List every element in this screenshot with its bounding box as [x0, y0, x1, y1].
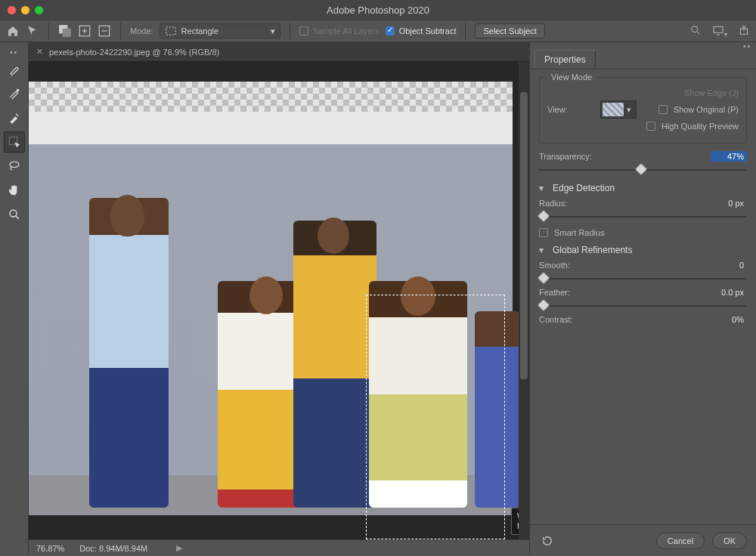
close-window-button[interactable] [8, 6, 16, 14]
mode-dropdown[interactable]: Rectangle ▾ [160, 23, 280, 39]
transparency-label: Transparency: [539, 152, 592, 161]
document-tab-title: pexels-photo-2422290.jpeg @ 76.9% (RGB/8… [49, 48, 219, 57]
chevron-down-icon: ▾ [539, 183, 547, 193]
transparency-value[interactable]: 47% [711, 151, 747, 162]
view-mode-legend: View Mode [547, 73, 596, 82]
refine-brush-tool[interactable] [4, 107, 25, 128]
status-menu-icon[interactable]: ▶ [176, 543, 182, 553]
properties-panel: •• Properties View Mode Show Edge (J) Vi… [529, 42, 756, 556]
selection-new-icon[interactable] [58, 24, 72, 38]
document-area: ✕ pexels-photo-2422290.jpeg @ 76.9% (RGB… [29, 42, 529, 556]
zoom-tool[interactable] [4, 204, 25, 225]
sample-all-layers-label: Sample All Layers [313, 26, 380, 36]
radius-value[interactable]: 0 px [711, 198, 747, 208]
show-original-checkbox[interactable] [658, 105, 668, 114]
lasso-tool[interactable] [4, 156, 25, 177]
show-edge-label: Show Edge (J) [684, 88, 739, 97]
view-mode-group: View Mode Show Edge (J) View: ▾ Show Ori… [539, 77, 747, 144]
close-document-icon[interactable]: ✕ [36, 47, 43, 57]
radius-slider[interactable] [539, 212, 747, 222]
view-label: View: [547, 105, 594, 114]
svg-point-5 [692, 26, 698, 32]
smooth-label: Smooth: [539, 261, 570, 270]
svg-point-11 [10, 210, 17, 217]
high-quality-preview-label: High Quality Preview [662, 122, 739, 131]
object-subtract-label: Object Subtract [399, 26, 457, 36]
tool-panel: •• [0, 42, 29, 556]
arrow-tool-icon[interactable] [26, 24, 39, 38]
window-controls [8, 6, 43, 14]
svg-point-8 [17, 89, 19, 91]
status-bar: 76.87% Doc: 8.94M/8.94M ▶ [29, 539, 529, 556]
share-icon[interactable] [738, 24, 750, 38]
selection-subtract-icon[interactable] [98, 24, 111, 38]
properties-tab[interactable]: Properties [534, 50, 596, 69]
selection-marquee[interactable] [366, 295, 505, 539]
document-tab[interactable]: ✕ pexels-photo-2422290.jpeg @ 76.9% (RGB… [29, 42, 529, 62]
mode-label: Mode: [130, 26, 153, 36]
edge-detection-header[interactable]: ▾ Edge Detection [539, 183, 747, 193]
sample-all-layers-checkbox[interactable] [299, 26, 308, 36]
search-icon[interactable] [689, 24, 702, 38]
transparency-slider[interactable] [539, 165, 747, 175]
chevron-down-icon: ▾ [624, 105, 634, 115]
select-subject-button[interactable]: Select Subject [475, 23, 544, 39]
canvas-image: W : 16.65 cm H : 30.30 cm [29, 82, 513, 515]
home-icon[interactable] [6, 24, 20, 38]
status-zoom[interactable]: 76.87% [36, 544, 64, 553]
svg-rect-1 [63, 29, 71, 37]
minimize-window-button[interactable] [21, 6, 29, 14]
chevron-down-icon: ▾ [271, 26, 275, 36]
contrast-label: Contrast: [539, 315, 573, 324]
status-doc-size: Doc: 8.94M/8.94M [79, 544, 147, 553]
rectangle-icon [165, 25, 177, 37]
vertical-scrollbar[interactable] [519, 62, 529, 539]
object-subtract-checkbox[interactable] [386, 26, 395, 36]
panel-grip-icon[interactable]: •• [5, 48, 23, 56]
smart-radius-label: Smart Radius [554, 228, 605, 237]
mode-value: Rectangle [181, 26, 219, 36]
feather-slider[interactable] [539, 301, 747, 311]
svg-rect-6 [714, 26, 723, 32]
canvas[interactable]: W : 16.65 cm H : 30.30 cm [29, 82, 519, 539]
quick-select-brush-tool[interactable] [4, 83, 25, 104]
screen-mode-icon[interactable]: ▾ [712, 24, 727, 38]
zoom-window-button[interactable] [35, 6, 43, 14]
title-bar: Adobe Photoshop 2020 [0, 0, 756, 20]
contrast-value[interactable]: 0% [711, 314, 747, 325]
view-thumbnail-dropdown[interactable]: ▾ [600, 100, 637, 119]
selection-add-icon[interactable] [78, 24, 91, 38]
radius-label: Radius: [539, 199, 567, 208]
panel-footer: Cancel OK [530, 524, 756, 556]
revert-icon[interactable] [539, 533, 556, 549]
global-refinements-header[interactable]: ▾ Global Refinements [539, 245, 747, 255]
feather-value[interactable]: 0.0 px [711, 287, 747, 298]
smooth-slider[interactable] [539, 273, 747, 284]
high-quality-preview-checkbox[interactable] [646, 122, 655, 131]
smooth-value[interactable]: 0 [711, 260, 747, 270]
options-bar: Mode: Rectangle ▾ Sample All Layers Obje… [0, 20, 756, 42]
object-selection-tool[interactable] [4, 131, 25, 153]
view-thumbnail-icon [603, 103, 624, 116]
show-original-label: Show Original (P) [674, 105, 739, 114]
brush-tool[interactable] [4, 59, 25, 80]
ok-button[interactable]: OK [712, 533, 747, 549]
cancel-button[interactable]: Cancel [656, 533, 705, 549]
feather-label: Feather: [539, 288, 570, 297]
smart-radius-checkbox[interactable] [539, 228, 548, 237]
panel-grip-icon[interactable]: •• [530, 42, 756, 50]
scrollbar-thumb[interactable] [520, 92, 528, 379]
app-title: Adobe Photoshop 2020 [327, 5, 429, 16]
chevron-down-icon: ▾ [539, 245, 547, 255]
svg-rect-4 [166, 27, 175, 35]
hand-tool[interactable] [4, 180, 25, 201]
